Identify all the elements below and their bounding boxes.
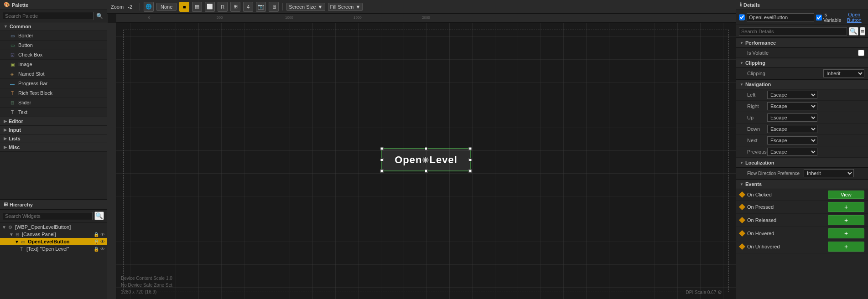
palette-section-common[interactable]: ▼ Common (0, 22, 107, 31)
nav-down-select[interactable]: EscapeCustom (767, 125, 817, 133)
canvas-eye-icon[interactable]: 👁 (100, 232, 105, 237)
globe-icon-btn[interactable]: 🌐 (144, 2, 154, 12)
editor-collapse-icon: ▶ (4, 119, 7, 124)
nav-left-select[interactable]: EscapeCustom (767, 91, 817, 99)
performance-section-label: Performance (745, 40, 776, 46)
on-pressed-add-btn[interactable]: + (828, 202, 864, 212)
hierarchy-item-wbp[interactable]: ▼ ⚙ [WBP_OpenLevelButton] (0, 223, 107, 231)
handle-mr[interactable] (469, 158, 472, 161)
on-hovered-add-btn[interactable]: + (828, 228, 864, 238)
nav-right-label: Right (740, 103, 767, 109)
flow-direction-select[interactable]: Inherit Culture (804, 169, 854, 177)
palette-header: 🎨 Palette (0, 0, 107, 10)
rect-icon-btn[interactable]: ▦ (192, 2, 202, 12)
none-btn[interactable]: None (156, 3, 177, 11)
palette-item-namedslot[interactable]: ◈ Named Slot (0, 69, 107, 79)
performance-section-header[interactable]: ▼ Performance (736, 38, 868, 48)
palette-item-border[interactable]: ▭ Border (0, 31, 107, 41)
widget-visible-checkbox[interactable] (739, 14, 745, 21)
square-icon-btn[interactable]: ■ (179, 2, 189, 12)
hierarchy-search-button[interactable]: 🔍 (94, 211, 104, 220)
palette-item-progressbar-label: Progress Bar (18, 81, 47, 86)
palette-item-border-label: Border (18, 33, 33, 38)
details-title: Details (743, 2, 760, 8)
on-clicked-view-btn[interactable]: View (828, 191, 864, 199)
events-section-header[interactable]: ▼ Events (736, 179, 868, 189)
palette-section-editor[interactable]: ▶ Editor (0, 117, 107, 126)
palette-item-text-label: Text (18, 109, 27, 115)
nav-up-row: Up EscapeCustom (736, 112, 868, 124)
clipping-row: Clipping Inherit Clip To Bounds (736, 68, 868, 79)
hierarchy-item-openlevelbutton[interactable]: ▼ ▭ OpenLevelButton 🔒 👁 (0, 238, 107, 245)
r-icon-btn[interactable]: R (218, 2, 228, 12)
handle-br[interactable] (469, 170, 472, 173)
hierarchy-search-input[interactable] (3, 212, 93, 220)
handle-ml[interactable] (380, 158, 384, 161)
palette-item-namedslot-label: Named Slot (18, 71, 44, 77)
palette-section-lists[interactable]: ▶ Lists (0, 134, 107, 143)
canvas-lock-icon[interactable]: 🔒 (94, 232, 99, 237)
palette-item-checkbox[interactable]: ☑ Check Box (0, 50, 107, 60)
settings-icon-btn[interactable]: ⚙ (717, 289, 722, 295)
nav-up-select[interactable]: EscapeCustom (767, 113, 817, 122)
handle-tr[interactable] (469, 147, 472, 150)
palette-item-image[interactable]: ▣ Image (0, 60, 107, 69)
monitor-icon-btn[interactable]: 🖥 (269, 2, 279, 12)
details-search-input[interactable] (739, 27, 847, 36)
palette-section-misc[interactable]: ▶ Misc (0, 143, 107, 152)
on-released-add-btn[interactable]: + (828, 215, 864, 225)
btn-eye-icon[interactable]: 👁 (100, 239, 105, 244)
flow-direction-row: Flow Direction Preference Inherit Cultur… (736, 168, 868, 179)
camera-icon-btn[interactable]: 📷 (256, 2, 266, 12)
btn-lock-icon[interactable]: 🔒 (94, 239, 99, 244)
on-unhovered-add-btn[interactable]: + (828, 242, 864, 252)
text-lock-icon[interactable]: 🔒 (94, 247, 99, 252)
details-filter-button[interactable]: ≡ (860, 27, 865, 36)
palette-item-richtextblock[interactable]: T Rich Text Block (0, 88, 107, 98)
navigation-section-header[interactable]: ▼ Navigation (736, 79, 868, 89)
navigation-section-label: Navigation (745, 82, 771, 87)
widget-name-input[interactable] (747, 13, 814, 21)
palette-section-input[interactable]: ▶ Input (0, 126, 107, 134)
clipping-section-header[interactable]: ▼ Clipping (736, 58, 868, 68)
hierarchy-item-canvas[interactable]: ▼ ⊟ [Canvas Panel] 🔒 👁 (0, 231, 107, 238)
hierarchy-item-canvas-label: [Canvas Panel] (22, 232, 56, 237)
handle-bl[interactable] (380, 170, 384, 173)
screen-size-dropdown[interactable]: Screen Size ▼ (286, 3, 325, 11)
handle-tl[interactable] (380, 147, 384, 150)
is-variable-checkbox[interactable] (816, 15, 822, 21)
common-section-label: Common (10, 24, 31, 29)
nav-next-select[interactable]: EscapeCustom (767, 136, 817, 144)
details-search-button[interactable]: 🔍 (849, 27, 858, 36)
box-icon-btn[interactable]: ⬜ (205, 2, 215, 12)
input-section-label: Input (9, 127, 21, 133)
palette-search-input[interactable] (3, 12, 94, 20)
is-volatile-checkbox[interactable] (858, 50, 864, 56)
is-volatile-label: Is Volatile (740, 50, 806, 56)
palette-search-button[interactable]: 🔍 (95, 13, 104, 19)
canvas-ruler-top: 0 500 1000 1500 2000 (116, 14, 736, 23)
button-widget[interactable]: Open✳Level (382, 149, 471, 171)
text-eye-icon[interactable]: 👁 (100, 247, 105, 252)
handle-tm[interactable] (425, 147, 428, 150)
hierarchy-item-text[interactable]: T [Text] "Open Level" 🔒 👁 (0, 245, 107, 253)
nav-previous-select[interactable]: EscapeCustom (767, 148, 817, 156)
nav-right-select[interactable]: EscapeCustom (767, 102, 817, 110)
localization-section-header[interactable]: ▼ Localization (736, 158, 868, 168)
on-unhovered-label: On Unhovered (747, 244, 825, 249)
on-hovered-row: On Hovered + (736, 227, 868, 240)
palette-item-button[interactable]: ▭ Button (0, 41, 107, 50)
fill-screen-dropdown[interactable]: Fill Screen ▼ (328, 3, 363, 11)
palette-item-text[interactable]: T Text (0, 108, 107, 117)
palette-item-progressbar[interactable]: ▬ Progress Bar (0, 79, 107, 88)
clipping-select[interactable]: Inherit Clip To Bounds (823, 69, 864, 77)
open-button-link[interactable]: Open Button (843, 12, 865, 23)
res-icon-btn[interactable]: 4 (243, 2, 253, 12)
on-clicked-label: On Clicked (747, 192, 825, 197)
toolbar-sep-1 (140, 3, 140, 10)
on-released-label: On Released (747, 217, 825, 223)
on-released-row: On Released + (736, 214, 868, 227)
handle-bm[interactable] (425, 170, 428, 173)
grid-icon-btn[interactable]: ⊞ (230, 2, 240, 12)
palette-item-slider[interactable]: ⊟ Slider (0, 98, 107, 108)
